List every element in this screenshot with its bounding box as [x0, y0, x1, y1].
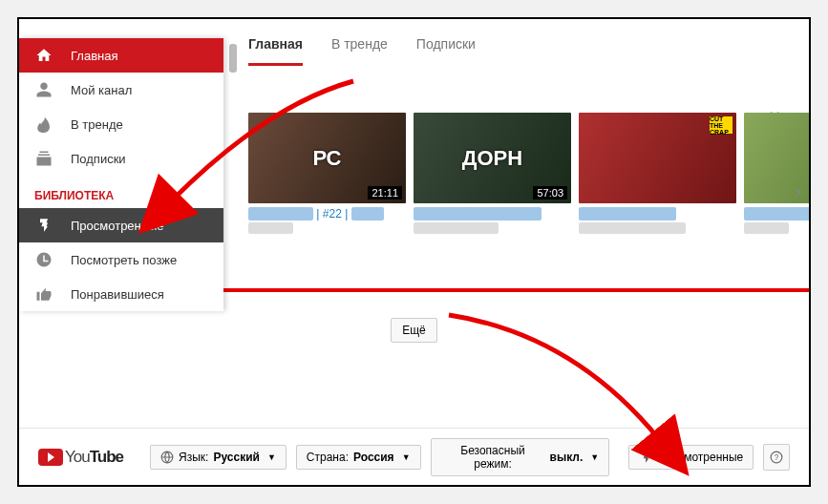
clock-icon	[34, 250, 53, 269]
duration-badge: 57:03	[533, 186, 567, 200]
footer: YouTube Язык: Русский ▼ Страна: Россия ▼…	[19, 428, 809, 485]
sidebar-item-subscriptions[interactable]: Подписки	[19, 141, 223, 176]
sidebar-library-header: БИБЛИОТЕКА	[19, 176, 223, 208]
globe-icon	[160, 451, 174, 464]
video-title: ████████ | #22 | ████	[248, 207, 406, 220]
play-icon	[38, 449, 63, 466]
thumb-overlay: РС	[312, 146, 341, 171]
video-shelf: РС 21:11 ████████ | #22 | ████ ██████ ДО…	[248, 113, 811, 234]
video-meta: ██████	[744, 222, 811, 234]
like-icon	[34, 284, 53, 304]
scroll-indicator	[229, 44, 237, 73]
sidebar-item-label: Мой канал	[71, 83, 132, 97]
sidebar-item-history[interactable]: Просмотренные	[19, 208, 223, 242]
country-button[interactable]: Страна: Россия ▼	[296, 445, 421, 470]
youtube-logo[interactable]: YouTube	[38, 448, 123, 467]
sidebar-item-label: Подписки	[71, 152, 126, 166]
sidebar-item-label: Понравившиеся	[71, 287, 164, 302]
caret-down-icon: ▼	[267, 452, 276, 462]
sidebar-item-label: Просмотренные	[71, 219, 164, 233]
video-item[interactable]: 16:54 ████████████ ██████	[744, 113, 811, 234]
video-title: ██████ ██ ███████	[414, 207, 571, 220]
tab-subscriptions[interactable]: Подписки	[416, 36, 476, 66]
help-button[interactable]: ?	[763, 444, 790, 471]
history-icon	[34, 216, 53, 235]
subs-icon	[34, 149, 53, 168]
video-title: ████████████	[744, 207, 811, 220]
sidebar-item-liked[interactable]: Понравившиеся	[19, 277, 223, 311]
thumb-overlay: ДОРН	[462, 146, 522, 171]
content-tabs: Главная В тренде Подписки	[248, 36, 476, 66]
sidebar-item-home[interactable]: Главная	[19, 38, 223, 73]
caret-down-icon: ▼	[402, 452, 411, 462]
video-meta: ██████	[248, 222, 406, 234]
carousel-next-icon[interactable]: ›	[796, 181, 801, 201]
tab-home[interactable]: Главная	[248, 36, 303, 66]
sidebar-item-mychannel[interactable]: Мой канал	[19, 73, 223, 107]
sidebar-item-label: Посмотреть позже	[71, 253, 177, 267]
account-icon	[34, 80, 53, 99]
sidebar-item-label: Главная	[71, 49, 117, 63]
video-title: ████████████	[579, 207, 736, 220]
logo-text: YouTube	[65, 448, 123, 467]
sidebar-item-watchlater[interactable]: Посмотреть позже	[19, 242, 223, 277]
main-content: Главная В тренде Подписки × РС 21:11 ███…	[19, 19, 809, 485]
video-meta: ████████ ██████	[579, 222, 736, 234]
sidebar-item-trending[interactable]: В тренде	[19, 107, 223, 141]
home-icon	[34, 46, 53, 65]
more-button[interactable]: Ещё	[391, 318, 437, 343]
sidebar-item-label: В тренде	[71, 117, 123, 132]
channel-badge: CUT THE CRAP	[710, 116, 732, 134]
footer-history-button[interactable]: Просмотренные	[628, 445, 754, 470]
help-icon: ?	[770, 451, 783, 464]
language-button[interactable]: Язык: Русский ▼	[150, 445, 287, 470]
video-item[interactable]: РС 21:11 ████████ | #22 | ████ ██████	[248, 113, 406, 234]
video-item[interactable]: CUT THE CRAP ████████████ ████████ █████…	[579, 113, 736, 234]
video-meta: ███████ ████	[414, 222, 571, 234]
duration-badge: 21:11	[368, 186, 402, 200]
history-icon	[639, 451, 652, 464]
svg-text:?: ?	[775, 452, 779, 461]
sidebar: Главная Мой канал В тренде Подписки БИБЛ…	[19, 38, 223, 311]
caret-down-icon: ▼	[590, 452, 599, 462]
tab-trending[interactable]: В тренде	[331, 36, 388, 66]
safemode-button[interactable]: Безопасный режим: выкл. ▼	[431, 438, 610, 476]
fire-icon	[34, 115, 53, 134]
video-item[interactable]: ДОРН 57:03 ██████ ██ ███████ ███████ ███…	[414, 113, 571, 234]
